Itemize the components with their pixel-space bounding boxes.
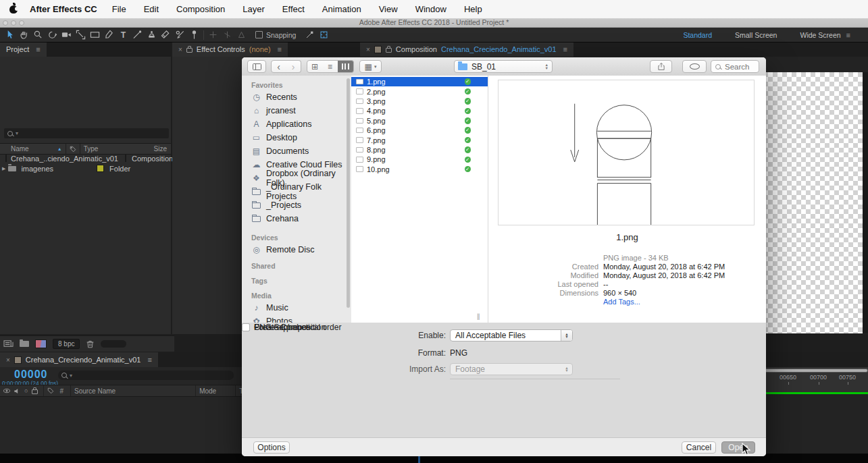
dialog-search-field[interactable]	[711, 60, 759, 73]
sidebar-item[interactable]: ◷ Recents	[242, 90, 351, 104]
close-panel-icon[interactable]: ×	[6, 356, 10, 364]
camera-tool[interactable]	[59, 29, 74, 41]
close-panel-icon[interactable]: ×	[178, 46, 182, 53]
file-row[interactable]: 10.png ✓	[351, 165, 488, 174]
new-composition-icon[interactable]	[35, 339, 47, 348]
panel-menu-icon[interactable]: ≡	[36, 45, 40, 53]
label-swatch[interactable]	[97, 165, 104, 172]
sidebar-item[interactable]: _Projects	[242, 198, 351, 212]
world-axis-mode-icon[interactable]	[220, 29, 234, 41]
sidebar-scrollbar[interactable]	[347, 78, 350, 308]
column-view-button[interactable]	[338, 60, 354, 73]
tab-effect-controls[interactable]: × Effect Controls (none) ≡	[172, 42, 288, 57]
lock-column-icon[interactable]	[32, 389, 38, 394]
list-view-button[interactable]: ≡	[322, 60, 338, 73]
snapping-checkbox[interactable]	[255, 31, 263, 38]
search-input[interactable]	[723, 62, 757, 72]
workspace-menu-icon[interactable]: ≡	[846, 31, 850, 39]
apple-menu-icon[interactable]	[9, 5, 18, 13]
sidebar-item[interactable]: ▤ Documents	[242, 144, 351, 158]
sidebar-item[interactable]: ◎ Remote Disc	[242, 243, 351, 256]
sidebar-item[interactable]: ▭ Desktop	[242, 131, 351, 144]
tags-button[interactable]	[682, 60, 707, 73]
timeline-search-input[interactable]: ▾	[58, 371, 234, 380]
motion-path-icon[interactable]	[303, 29, 317, 41]
rotation-tool[interactable]	[45, 29, 59, 41]
gallery-view-button[interactable]: ▦▾	[359, 60, 382, 73]
app-menu[interactable]: After Effects CC	[30, 4, 97, 14]
new-folder-icon[interactable]	[20, 341, 29, 347]
lock-icon[interactable]	[386, 48, 392, 53]
import-option-checkbox[interactable]: ✓ Force alphabetical order	[242, 323, 341, 332]
mode-column[interactable]: Mode	[199, 387, 216, 395]
cancel-button[interactable]: Cancel	[682, 441, 716, 454]
workspace-button[interactable]: Standard	[683, 31, 712, 39]
pan-behind-tool[interactable]	[74, 29, 88, 41]
sidebar-item[interactable]: Crehana	[242, 212, 351, 225]
enable-dropdown[interactable]: All Acceptable Files ▲▼	[450, 329, 573, 342]
project-search-input[interactable]: ▾	[4, 128, 169, 138]
menu-item[interactable]: Animation	[322, 4, 361, 14]
audio-icon[interactable]	[14, 387, 21, 395]
file-row[interactable]: 1.png ✓	[351, 77, 488, 86]
interpret-footage-icon[interactable]	[3, 339, 14, 348]
menu-item[interactable]: Edit	[144, 4, 159, 14]
file-row[interactable]: 3.png ✓	[351, 97, 488, 106]
tab-project[interactable]: Project ≡	[0, 42, 47, 57]
lock-icon[interactable]	[186, 48, 193, 53]
type-tool[interactable]: T	[116, 29, 130, 41]
twirl-icon[interactable]: ▶	[2, 166, 5, 171]
current-time-display[interactable]: 00000	[14, 369, 48, 381]
eraser-tool[interactable]	[159, 29, 173, 41]
roto-brush-tool[interactable]	[173, 29, 187, 41]
file-row[interactable]: 4.png ✓	[351, 106, 488, 115]
pen-tool[interactable]	[102, 29, 116, 41]
label-swatch[interactable]	[125, 155, 126, 162]
icon-view-button[interactable]: ⊞	[307, 60, 323, 73]
column-resize-handle[interactable]: ▕▏	[474, 314, 484, 320]
file-row[interactable]: 6.png ✓	[351, 126, 488, 135]
column-name[interactable]: Name	[11, 145, 29, 153]
column-size[interactable]: Size	[154, 145, 167, 153]
add-tags-link[interactable]: Add Tags...	[603, 298, 640, 306]
clone-stamp-tool[interactable]	[145, 29, 159, 41]
menu-item[interactable]: Effect	[282, 4, 305, 14]
checkbox-icon[interactable]: ✓	[242, 323, 250, 331]
tab-composition[interactable]: × Composition Crehana_Creciendo_Animatic…	[360, 42, 573, 57]
panel-menu-icon[interactable]: ≡	[147, 356, 151, 364]
back-button[interactable]: ‹	[271, 60, 286, 73]
menu-item[interactable]: Layer	[242, 4, 265, 14]
menu-item[interactable]: Window	[415, 4, 446, 14]
trash-icon[interactable]	[86, 339, 95, 348]
view-axis-mode-icon[interactable]	[234, 29, 249, 41]
region-of-interest-icon[interactable]	[317, 29, 331, 41]
sidebar-item[interactable]: ♪ Music	[242, 301, 351, 315]
time-ruler[interactable]: 0 00650 00700 00750	[762, 367, 868, 392]
panel-menu-icon[interactable]: ≡	[563, 45, 567, 53]
source-name-column[interactable]: Source Name	[74, 387, 116, 395]
file-row[interactable]: 9.png ✓	[351, 155, 488, 164]
workspace-button[interactable]: Small Screen	[735, 31, 777, 39]
local-axis-mode-icon[interactable]	[206, 29, 220, 41]
file-row[interactable]: 2.png ✓	[351, 86, 488, 96]
workspace-button[interactable]: Wide Screen	[800, 31, 840, 39]
puppet-pin-tool[interactable]	[187, 29, 201, 41]
file-row[interactable]: 5.png ✓	[351, 116, 488, 126]
eye-icon[interactable]	[3, 387, 11, 395]
options-button[interactable]: Options	[253, 441, 290, 454]
import-as-dropdown[interactable]: Footage ▲▼	[450, 363, 573, 375]
location-dropdown[interactable]: SB_01 ▲▼	[454, 60, 553, 73]
hand-tool[interactable]	[17, 29, 31, 41]
selection-tool[interactable]	[3, 29, 17, 41]
brush-tool[interactable]	[130, 29, 145, 41]
tab-timeline[interactable]: × Crehana_Creciendo_Animatic_v01 ≡	[0, 352, 158, 367]
toggle-sidebar-button[interactable]	[247, 60, 266, 73]
solo-icon[interactable]: ○	[24, 387, 28, 394]
sidebar-item[interactable]: A Applications	[242, 117, 351, 131]
project-row-composition[interactable]: Crehana_..ciendo_Animatic_v01 Compositio…	[0, 153, 171, 163]
column-type[interactable]: Type	[84, 145, 99, 153]
close-panel-icon[interactable]: ×	[366, 46, 370, 53]
share-button[interactable]	[650, 60, 672, 73]
open-button[interactable]: Open	[721, 441, 755, 454]
menu-item[interactable]: View	[379, 4, 398, 14]
